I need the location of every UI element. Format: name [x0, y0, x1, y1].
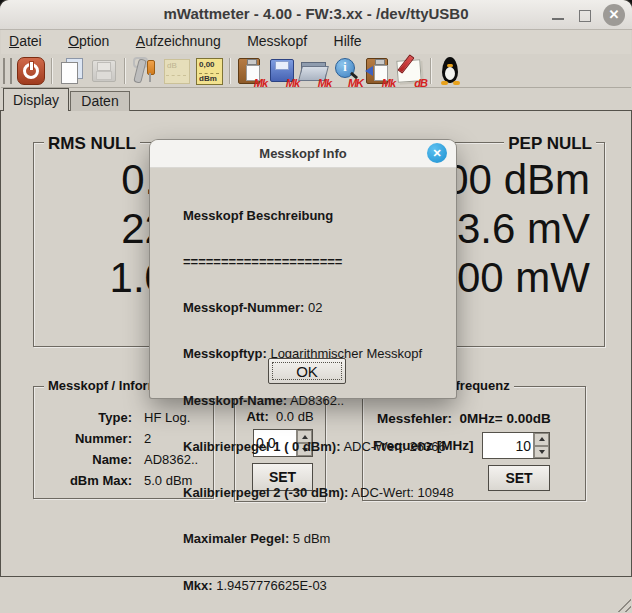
tools-button[interactable] — [130, 56, 160, 86]
menu-item-aufzeichnung[interactable]: Aufzeichnung — [125, 30, 232, 54]
close-button[interactable]: ✕ — [603, 4, 625, 26]
rms-null-title: RMS NULL — [44, 134, 140, 154]
new-file-button[interactable] — [57, 56, 87, 86]
paste-mk-button[interactable]: Mk — [235, 56, 265, 86]
info-mk-button[interactable]: i MK — [331, 56, 361, 86]
tab-daten[interactable]: Daten — [70, 91, 130, 111]
toolbar-separator — [229, 58, 230, 84]
messkopf-info-dialog: Messkopf Info ✕ Messkopf Beschreibung ==… — [150, 140, 456, 398]
frequenz-set-button[interactable]: SET — [488, 465, 550, 491]
menu-item-messkopf[interactable]: Messkopf — [236, 30, 318, 54]
maximize-icon — [579, 10, 591, 22]
maximize-button[interactable] — [574, 4, 596, 26]
menu-item-hilfe[interactable]: Hilfe — [323, 30, 373, 54]
power-button[interactable] — [16, 56, 46, 86]
dialog-header[interactable]: Messkopf Info ✕ — [150, 140, 456, 168]
tux-penguin-icon — [441, 57, 460, 84]
frequenz-spin-down-button[interactable] — [534, 446, 549, 459]
toolbar-separator — [51, 58, 52, 84]
dbm-value-icon: 0,00 dBm — [196, 58, 223, 85]
spin-down-icon — [539, 450, 545, 454]
toolbar-separator — [124, 58, 125, 84]
dialog-line: Messkopf-Name: AD8362.. — [183, 393, 454, 408]
app-window: mWattmeter - 4.00 - FW:3.xx - /dev/ttyUS… — [0, 0, 632, 613]
tab-display[interactable]: Display — [3, 88, 69, 111]
menu-item-datei[interactable]: Datei — [0, 30, 53, 54]
dialog-text: Messkopf Beschreibung ==================… — [183, 177, 454, 613]
db-note-icon: dB — [164, 59, 190, 84]
edit-db-button[interactable]: dB — [395, 56, 425, 86]
frequenz-spinbox — [482, 432, 550, 459]
minimize-button[interactable] — [548, 4, 570, 26]
dialog-line: ===================== — [183, 254, 454, 269]
save-button — [89, 56, 119, 86]
resize-grip[interactable] — [617, 598, 631, 612]
titlebar: mWattmeter - 4.00 - FW:3.xx - /dev/ttyUS… — [0, 0, 632, 30]
spin-up-icon — [539, 437, 545, 441]
dialog-line: Mkx: 1.9457776625E-03 — [183, 578, 454, 593]
dialog-line: Messkopf Beschreibung — [183, 208, 454, 223]
save-floppy-icon — [92, 60, 116, 82]
save-mk-button[interactable]: Mk — [267, 56, 297, 86]
dialog-line: Messkopf-Nummer: 02 — [183, 300, 454, 315]
menu-item-option[interactable]: Option — [57, 30, 120, 54]
ok-focus-ring — [272, 362, 342, 380]
frequenz-spin-up-button[interactable] — [534, 433, 549, 446]
dialog-close-button[interactable]: ✕ — [427, 143, 447, 163]
pep-null-title: PEP NULL — [504, 134, 596, 154]
window-title: mWattmeter - 4.00 - FW:3.xx - /dev/ttyUS… — [0, 5, 632, 22]
close-icon: ✕ — [609, 7, 620, 22]
dialog-close-icon: ✕ — [432, 147, 441, 159]
menubar: Datei Option Aufzeichnung Messkopf Hilfe — [1, 30, 631, 54]
messfehler-value: 0MHz= 0.00dB — [460, 411, 551, 426]
ok-button[interactable]: OK — [268, 358, 346, 384]
toolbar-handle[interactable] — [3, 58, 12, 84]
dialog-line: Kalibrierpegel 1 ( 0 dBm): ADC-Wert: 263… — [183, 439, 454, 454]
dbm-display-button[interactable]: 0,00 dBm — [194, 56, 224, 86]
toolbar-separator — [430, 58, 431, 84]
dialog-title: Messkopf Info — [150, 146, 456, 161]
toolbar: dB 0,00 dBm Mk Mk Mk i MK M — [1, 54, 631, 88]
tux-button[interactable] — [436, 56, 466, 86]
load-mk-button[interactable]: Mk — [363, 56, 393, 86]
minimize-icon — [552, 18, 564, 20]
open-mk-button[interactable]: Mk — [299, 56, 329, 86]
dialog-line: Maximaler Pegel: 5 dBm — [183, 531, 454, 546]
db-note-button: dB — [162, 56, 192, 86]
dialog-line: Kalibrierpegel 2 (-30 dBm): ADC-Wert: 10… — [183, 485, 454, 500]
